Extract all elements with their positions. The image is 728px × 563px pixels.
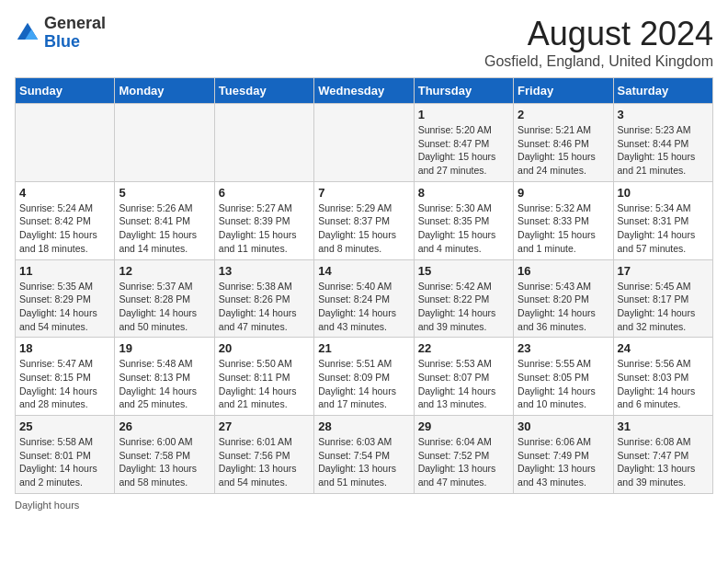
calendar-cell: 15Sunrise: 5:42 AMSunset: 8:22 PMDayligh… [414, 259, 513, 338]
day-info: Sunrise: 6:00 AMSunset: 7:58 PMDaylight:… [119, 435, 210, 489]
day-header-sunday: Sunday [16, 78, 115, 104]
calendar-cell: 23Sunrise: 5:55 AMSunset: 8:05 PMDayligh… [514, 338, 613, 416]
day-header-row: SundayMondayTuesdayWednesdayThursdayFrid… [16, 78, 713, 104]
day-info: Sunrise: 5:40 AMSunset: 8:24 PMDaylight:… [318, 280, 409, 334]
week-row-2: 4Sunrise: 5:24 AMSunset: 8:42 PMDaylight… [16, 181, 713, 259]
day-info: Sunrise: 5:34 AMSunset: 8:31 PMDaylight:… [618, 201, 709, 256]
calendar-cell [314, 104, 414, 182]
day-info: Sunrise: 5:30 AMSunset: 8:35 PMDaylight:… [418, 201, 509, 256]
day-header-friday: Friday [514, 78, 613, 104]
day-number: 6 [219, 186, 310, 200]
calendar-cell: 27Sunrise: 6:01 AMSunset: 7:56 PMDayligh… [214, 416, 313, 494]
day-number: 4 [19, 186, 110, 200]
calendar-cell: 30Sunrise: 6:06 AMSunset: 7:49 PMDayligh… [514, 416, 613, 494]
day-info: Sunrise: 5:45 AMSunset: 8:17 PMDaylight:… [618, 280, 709, 334]
day-info: Sunrise: 6:08 AMSunset: 7:47 PMDaylight:… [618, 435, 709, 489]
calendar-cell: 4Sunrise: 5:24 AMSunset: 8:42 PMDaylight… [16, 181, 115, 259]
calendar-cell: 25Sunrise: 5:58 AMSunset: 8:01 PMDayligh… [16, 416, 115, 494]
day-number: 21 [318, 341, 409, 355]
day-info: Sunrise: 5:23 AMSunset: 8:44 PMDaylight:… [618, 123, 709, 178]
calendar-cell: 17Sunrise: 5:45 AMSunset: 8:17 PMDayligh… [613, 259, 712, 338]
day-info: Sunrise: 6:04 AMSunset: 7:52 PMDaylight:… [418, 435, 509, 489]
calendar-cell: 3Sunrise: 5:23 AMSunset: 8:44 PMDaylight… [613, 104, 712, 182]
day-info: Sunrise: 5:20 AMSunset: 8:47 PMDaylight:… [418, 123, 509, 178]
calendar-cell: 16Sunrise: 5:43 AMSunset: 8:20 PMDayligh… [514, 259, 613, 338]
calendar-cell [214, 104, 313, 182]
day-number: 8 [418, 186, 509, 200]
day-number: 18 [19, 341, 110, 355]
day-info: Sunrise: 5:24 AMSunset: 8:42 PMDaylight:… [19, 201, 110, 256]
calendar-cell: 6Sunrise: 5:27 AMSunset: 8:39 PMDaylight… [214, 181, 313, 259]
day-info: Sunrise: 5:50 AMSunset: 8:11 PMDaylight:… [219, 357, 310, 411]
calendar-cell: 11Sunrise: 5:35 AMSunset: 8:29 PMDayligh… [16, 259, 115, 338]
day-number: 3 [618, 108, 709, 121]
day-number: 25 [19, 419, 110, 433]
day-info: Sunrise: 5:51 AMSunset: 8:09 PMDaylight:… [318, 357, 409, 411]
calendar-cell: 14Sunrise: 5:40 AMSunset: 8:24 PMDayligh… [314, 259, 414, 338]
month-year: August 2024 [484, 15, 713, 53]
logo-icon [15, 20, 40, 46]
day-number: 5 [119, 186, 210, 200]
day-number: 29 [418, 419, 509, 433]
logo-text: General Blue [44, 15, 106, 52]
week-row-5: 25Sunrise: 5:58 AMSunset: 8:01 PMDayligh… [16, 416, 713, 494]
calendar-cell: 19Sunrise: 5:48 AMSunset: 8:13 PMDayligh… [115, 338, 214, 416]
footer-note: Daylight hours [15, 500, 713, 511]
day-number: 24 [618, 341, 709, 355]
day-info: Sunrise: 5:48 AMSunset: 8:13 PMDaylight:… [119, 357, 210, 411]
calendar-cell: 2Sunrise: 5:21 AMSunset: 8:46 PMDaylight… [514, 104, 613, 182]
day-info: Sunrise: 5:32 AMSunset: 8:33 PMDaylight:… [518, 201, 609, 256]
day-header-tuesday: Tuesday [214, 78, 313, 104]
day-header-thursday: Thursday [414, 78, 513, 104]
calendar-cell: 10Sunrise: 5:34 AMSunset: 8:31 PMDayligh… [613, 181, 712, 259]
day-header-wednesday: Wednesday [314, 78, 414, 104]
day-number: 11 [19, 264, 110, 278]
day-number: 7 [318, 186, 409, 200]
day-info: Sunrise: 5:55 AMSunset: 8:05 PMDaylight:… [518, 357, 609, 411]
day-info: Sunrise: 6:06 AMSunset: 7:49 PMDaylight:… [518, 435, 609, 489]
calendar-cell: 26Sunrise: 6:00 AMSunset: 7:58 PMDayligh… [115, 416, 214, 494]
day-info: Sunrise: 5:56 AMSunset: 8:03 PMDaylight:… [618, 357, 709, 411]
week-row-3: 11Sunrise: 5:35 AMSunset: 8:29 PMDayligh… [16, 259, 713, 338]
day-info: Sunrise: 5:47 AMSunset: 8:15 PMDaylight:… [19, 357, 110, 411]
day-info: Sunrise: 5:53 AMSunset: 8:07 PMDaylight:… [418, 357, 509, 411]
calendar-cell: 1Sunrise: 5:20 AMSunset: 8:47 PMDaylight… [414, 104, 513, 182]
day-number: 30 [518, 419, 609, 433]
day-number: 12 [119, 264, 210, 278]
day-number: 28 [318, 419, 409, 433]
day-number: 27 [219, 419, 310, 433]
calendar-cell: 13Sunrise: 5:38 AMSunset: 8:26 PMDayligh… [214, 259, 313, 338]
day-header-saturday: Saturday [613, 78, 712, 104]
week-row-4: 18Sunrise: 5:47 AMSunset: 8:15 PMDayligh… [16, 338, 713, 416]
day-number: 15 [418, 264, 509, 278]
day-info: Sunrise: 5:27 AMSunset: 8:39 PMDaylight:… [219, 201, 310, 256]
day-number: 10 [618, 186, 709, 200]
day-info: Sunrise: 5:29 AMSunset: 8:37 PMDaylight:… [318, 201, 409, 256]
day-number: 13 [219, 264, 310, 278]
calendar-cell: 12Sunrise: 5:37 AMSunset: 8:28 PMDayligh… [115, 259, 214, 338]
day-info: Sunrise: 5:58 AMSunset: 8:01 PMDaylight:… [19, 435, 110, 489]
calendar-cell: 28Sunrise: 6:03 AMSunset: 7:54 PMDayligh… [314, 416, 414, 494]
day-info: Sunrise: 5:37 AMSunset: 8:28 PMDaylight:… [119, 280, 210, 334]
day-number: 31 [618, 419, 709, 433]
day-number: 22 [418, 341, 509, 355]
day-number: 26 [119, 419, 210, 433]
logo-blue: Blue [44, 32, 80, 51]
calendar-cell: 9Sunrise: 5:32 AMSunset: 8:33 PMDaylight… [514, 181, 613, 259]
day-number: 19 [119, 341, 210, 355]
day-info: Sunrise: 6:01 AMSunset: 7:56 PMDaylight:… [219, 435, 310, 489]
logo-general: General [44, 14, 106, 32]
day-info: Sunrise: 5:26 AMSunset: 8:41 PMDaylight:… [119, 201, 210, 256]
day-info: Sunrise: 5:43 AMSunset: 8:20 PMDaylight:… [518, 280, 609, 334]
calendar-cell: 29Sunrise: 6:04 AMSunset: 7:52 PMDayligh… [414, 416, 513, 494]
day-header-monday: Monday [115, 78, 214, 104]
day-number: 9 [518, 186, 609, 200]
calendar-cell: 5Sunrise: 5:26 AMSunset: 8:41 PMDaylight… [115, 181, 214, 259]
logo: General Blue [15, 15, 106, 52]
calendar-cell: 24Sunrise: 5:56 AMSunset: 8:03 PMDayligh… [613, 338, 712, 416]
calendar-cell: 8Sunrise: 5:30 AMSunset: 8:35 PMDaylight… [414, 181, 513, 259]
day-number: 20 [219, 341, 310, 355]
calendar-cell: 20Sunrise: 5:50 AMSunset: 8:11 PMDayligh… [214, 338, 313, 416]
day-number: 23 [518, 341, 609, 355]
day-number: 16 [518, 264, 609, 278]
